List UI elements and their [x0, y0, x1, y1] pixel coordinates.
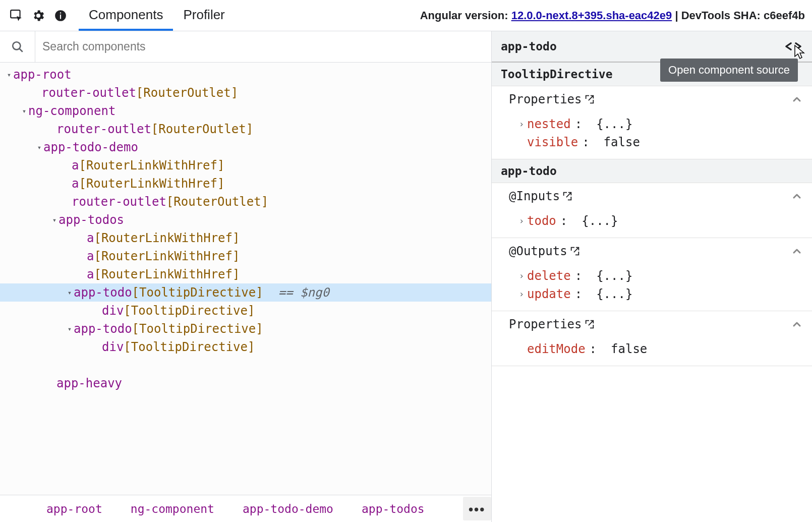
element-name: a — [72, 177, 79, 191]
tree-node[interactable]: ▾ app-todo-demo — [0, 138, 491, 156]
expand-arrow-icon[interactable]: ▾ — [50, 216, 59, 224]
property-row[interactable]: visible:false — [516, 134, 812, 151]
expand-chevron-icon[interactable]: › — [516, 216, 527, 226]
search-icon[interactable] — [0, 31, 35, 62]
colon: : — [560, 214, 567, 228]
open-external-icon[interactable] — [562, 191, 573, 202]
section-title: app-todo — [492, 159, 812, 183]
property-list: ›nested :{...}visible:false — [492, 112, 812, 159]
group-header[interactable]: @Inputs — [492, 183, 812, 209]
svg-rect-0 — [11, 10, 20, 18]
property-key: visible — [527, 135, 578, 149]
element-name: ng-component — [28, 104, 115, 118]
chevron-up-icon[interactable] — [791, 190, 803, 202]
element-name: router-outlet — [72, 195, 166, 209]
element-name: a — [87, 231, 94, 245]
tree-node[interactable]: app-heavy — [0, 374, 491, 392]
expand-arrow-icon[interactable]: ▾ — [35, 143, 43, 151]
property-row[interactable]: ›todo :{...} — [516, 212, 812, 229]
property-row[interactable]: ›nested :{...} — [516, 115, 812, 133]
colon: : — [582, 135, 589, 149]
gear-icon[interactable] — [27, 5, 49, 27]
tree-node[interactable]: ▾ app-todo[TooltipDirective]== $ng0 — [0, 283, 491, 302]
info-icon[interactable] — [49, 5, 72, 27]
version-info: Angular version: 12.0.0-next.8+395.sha-e… — [420, 9, 809, 22]
property-row[interactable]: editMode:false — [516, 340, 812, 358]
expand-arrow-icon[interactable]: ▾ — [66, 288, 74, 297]
svg-line-5 — [19, 48, 23, 52]
breadcrumb-overflow[interactable]: ••• — [463, 497, 491, 520]
search-input[interactable] — [35, 31, 491, 62]
svg-point-4 — [13, 42, 20, 49]
directive-name: [RouterLinkWithHref] — [79, 158, 224, 172]
selected-component-name: app-todo — [501, 40, 557, 53]
group-header[interactable]: @Outputs — [492, 238, 812, 264]
tree-node[interactable]: div[TooltipDirective] — [0, 338, 491, 356]
tree-node[interactable]: router-outlet[RouterOutlet] — [0, 193, 491, 211]
directive-name: [RouterLinkWithHref] — [94, 249, 240, 263]
tree-node[interactable]: a[RouterLinkWithHref] — [0, 265, 491, 283]
property-group: @Inputs›todo :{...} — [492, 183, 812, 238]
breadcrumb-item[interactable]: app-todo-demo — [243, 502, 333, 515]
tree-node[interactable]: a[RouterLinkWithHref] — [0, 156, 491, 175]
chevron-up-icon[interactable] — [791, 245, 803, 257]
property-group: Properties›nested :{...}visible:false — [492, 86, 812, 159]
element-name: a — [87, 267, 94, 281]
tree-node[interactable]: ▾ app-todo[TooltipDirective] — [0, 320, 491, 338]
property-row[interactable]: ›update :{...} — [516, 285, 812, 303]
expand-arrow-icon[interactable]: ▾ — [66, 325, 74, 333]
expand-arrow-icon[interactable]: ▾ — [5, 71, 13, 79]
chevron-up-icon[interactable] — [791, 318, 803, 330]
directive-name: [RouterLinkWithHref] — [94, 267, 240, 281]
property-value: {...} — [596, 269, 632, 283]
open-external-icon[interactable] — [584, 319, 595, 330]
component-tree[interactable]: ▾ app-root router-outlet[RouterOutlet]▾ … — [0, 63, 491, 495]
tooltip: Open component source — [660, 59, 798, 82]
angular-version-link[interactable]: 12.0.0-next.8+395.sha-eac42e9 — [511, 9, 672, 22]
selected-component-header: app-todo Open component source — [492, 31, 812, 63]
group-header[interactable]: Properties — [492, 86, 812, 112]
tree-node[interactable]: a[RouterLinkWithHref] — [0, 247, 491, 265]
tree-node[interactable]: a[RouterLinkWithHref] — [0, 229, 491, 247]
expand-chevron-icon[interactable]: › — [516, 119, 527, 129]
directive-name: [TooltipDirective] — [132, 285, 263, 300]
group-header[interactable]: Properties — [492, 311, 812, 337]
property-value: {...} — [596, 117, 632, 131]
open-external-icon[interactable] — [584, 94, 595, 105]
tree-node[interactable]: ▾ ng-component — [0, 102, 491, 120]
tree-node[interactable]: router-outlet[RouterOutlet] — [0, 84, 491, 102]
directive-name: [RouterLinkWithHref] — [79, 177, 224, 191]
expand-chevron-icon[interactable]: › — [516, 289, 527, 299]
open-external-icon[interactable] — [569, 246, 581, 257]
search-bar — [0, 31, 491, 63]
components-panel: ▾ app-root router-outlet[RouterOutlet]▾ … — [0, 31, 492, 522]
tab-profiler[interactable]: Profiler — [173, 0, 235, 31]
property-list: editMode:false — [492, 337, 812, 366]
breadcrumb: app-rootng-componentapp-todo-demoapp-tod… — [0, 495, 491, 522]
tree-node[interactable] — [0, 356, 491, 374]
tree-node[interactable]: ▾ app-todos — [0, 211, 491, 229]
breadcrumb-item[interactable]: app-root — [46, 502, 102, 515]
tree-node[interactable]: div[TooltipDirective] — [0, 302, 491, 320]
tree-node[interactable]: router-outlet[RouterOutlet] — [0, 120, 491, 138]
devtools-topbar: ComponentsProfiler Angular version: 12.0… — [0, 0, 812, 31]
property-row[interactable]: ›delete :{...} — [516, 267, 812, 284]
colon: : — [590, 342, 597, 356]
expand-chevron-icon[interactable]: › — [516, 271, 527, 281]
tab-components[interactable]: Components — [79, 0, 173, 31]
property-key: delete — [527, 269, 571, 283]
directive-name: [TooltipDirective] — [132, 322, 263, 336]
expand-arrow-icon[interactable]: ▾ — [20, 107, 28, 115]
directive-name: [RouterLinkWithHref] — [94, 231, 240, 245]
tree-node[interactable]: ▾ app-root — [0, 66, 491, 84]
breadcrumb-item[interactable]: ng-component — [131, 502, 214, 515]
breadcrumb-item[interactable]: app-todos — [362, 502, 425, 515]
element-name: app-todos — [59, 213, 124, 227]
view-source-icon[interactable] — [784, 39, 803, 53]
devtools-sha: | DevTools SHA: c6eef4b — [672, 9, 805, 22]
property-value: false — [611, 342, 647, 356]
select-element-icon[interactable] — [5, 5, 27, 27]
chevron-up-icon[interactable] — [791, 93, 803, 105]
property-key: nested — [527, 117, 571, 131]
tree-node[interactable]: a[RouterLinkWithHref] — [0, 175, 491, 193]
